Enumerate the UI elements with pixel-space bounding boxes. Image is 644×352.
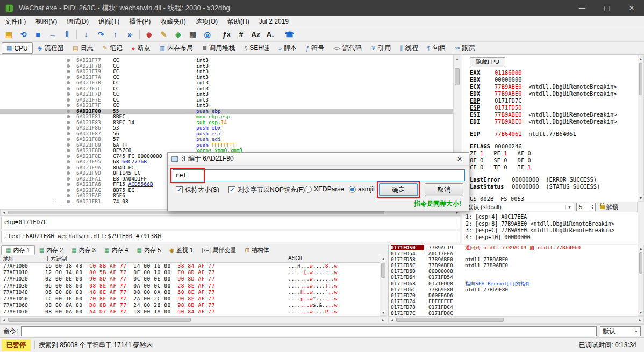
maximize-button[interactable]: ▢ xyxy=(595,0,619,16)
stack-row[interactable]: 0171FD640171FD54 xyxy=(389,274,638,280)
registers-vscrollbar[interactable]: ▲ ▼ xyxy=(638,55,644,202)
cancel-button[interactable]: 取消 xyxy=(425,183,463,196)
menu-item-debug[interactable]: 调试(D) xyxy=(62,16,94,27)
disasm-row[interactable]: 6AD21F7BCCint3 xyxy=(0,80,453,86)
disasm-row[interactable]: 6AD21F7DCCint3 xyxy=(0,91,453,97)
menu-item-view[interactable]: 视图(V) xyxy=(31,16,62,27)
breakpoint-dot[interactable] xyxy=(67,121,70,124)
breakpoint-dot[interactable] xyxy=(67,143,70,147)
scroll-up-icon[interactable]: ▲ xyxy=(380,255,387,262)
register-row[interactable]: OF 0 SF 0 DF 0 xyxy=(462,157,638,164)
breakpoint-dot[interactable] xyxy=(67,183,70,186)
breakpoint-dot[interactable] xyxy=(67,166,70,169)
register-row[interactable]: ESI77B9ABE0 <ntdll.DbgUiRemoteBreakin> xyxy=(462,111,638,118)
scroll-thumb[interactable] xyxy=(381,263,385,278)
breakpoint-dot[interactable] xyxy=(67,64,70,68)
scroll-down-icon[interactable]: ▼ xyxy=(638,195,643,201)
disasm-row[interactable]: 6AD21F7FCCint3 xyxy=(0,103,453,109)
calling-convention-select[interactable]: 默认 (stdcall) ▼ xyxy=(464,203,574,211)
breakpoint-dot[interactable] xyxy=(67,138,70,141)
stack-row[interactable]: 0171FD780171FDC4 xyxy=(389,304,638,310)
unlock-checkbox[interactable]: 解锁 xyxy=(606,203,618,211)
nop-fill-checkbox[interactable]: 剩余字节以NOP填充(F) xyxy=(228,185,305,195)
disasm-row[interactable]: 6AD21F7ACCint3 xyxy=(0,75,453,81)
stack-argument[interactable]: 3: [esp+C] 77B9ABE0 <ntdll.DbgUiRemoteBr… xyxy=(462,227,638,234)
breakpoint-dot[interactable] xyxy=(67,92,70,96)
close-button[interactable]: ✕ xyxy=(619,0,644,16)
menu-item-plugins[interactable]: 插件(P) xyxy=(124,16,155,27)
dump-row[interactable]: 77AF10501C 00 1E 00 70 8E AF 77 2A 00 2C… xyxy=(0,296,380,302)
stack-row[interactable]: 0171FD74FFFFFFFF xyxy=(389,298,638,304)
menu-item-trace[interactable]: 追踪(T) xyxy=(94,16,124,27)
dock-tab-dump5[interactable]: ▦内存 5 xyxy=(133,245,166,255)
tab-script[interactable]: »脚本 xyxy=(274,42,301,54)
dialog-titlebar[interactable]: 汇编于 6AD21F80 ✕ xyxy=(168,153,469,166)
register-row[interactable]: ESP0171FD50 xyxy=(462,104,638,111)
dock-tab-dump3[interactable]: ▦内存 3 xyxy=(67,245,100,255)
command-input[interactable] xyxy=(21,326,597,336)
dump-row[interactable]: 77AF104006 00 08 00 48 8E AF 77 08 00 0A… xyxy=(0,289,380,296)
scroll-up-icon[interactable]: ▲ xyxy=(454,55,461,62)
comment-button[interactable]: ✎ xyxy=(157,28,170,41)
register-row[interactable]: LastStatus00000000 (STATUS_SUCCESS) xyxy=(462,183,638,190)
tab-call-stack[interactable]: ≣调用堆栈 xyxy=(198,42,239,54)
stack-row[interactable]: 0171FD6C77B69F80ntdll.77B69F80 xyxy=(389,286,638,292)
step-out-button[interactable]: ↑ xyxy=(109,28,122,41)
breakpoint-dot[interactable] xyxy=(67,126,70,130)
register-row[interactable]: CF 0 TF 0 IF 1 xyxy=(462,164,638,171)
tab-cpu[interactable]: ▦CPU xyxy=(2,42,33,54)
register-row[interactable]: GS 002B FS 0053 xyxy=(462,196,638,202)
breakpoint-dot[interactable] xyxy=(67,149,70,152)
hide-fpu-button[interactable]: 隐藏FPU xyxy=(470,57,505,67)
save-database-button[interactable]: ◎ xyxy=(201,28,214,41)
disasm-row[interactable]: 6AD21F78CCint3 xyxy=(0,63,453,69)
breakpoint-dot[interactable] xyxy=(67,81,70,84)
register-row[interactable]: EBX00000000 xyxy=(462,76,638,83)
scroll-right-icon[interactable]: ► xyxy=(380,317,387,323)
tab-handles[interactable]: ¶句柄 xyxy=(423,42,450,54)
step-over-button[interactable]: ↷ xyxy=(94,28,108,41)
breakpoint-dot[interactable] xyxy=(67,171,70,175)
breakpoint-dot[interactable] xyxy=(67,87,70,90)
stack-row[interactable]: 0171FD54A0C17EEA xyxy=(389,250,638,256)
stack-pane[interactable]: 0171FD5077B9AC19返回到 ntdll.77B9AC19 自 ntd… xyxy=(388,245,638,316)
stack-row[interactable]: 0171FD5877B9ABE0ntdll.77B9ABE0 xyxy=(389,256,638,262)
menu-item-favourites[interactable]: 收藏夹(I) xyxy=(155,16,190,27)
breakpoint-dot[interactable] xyxy=(67,70,70,73)
stack-hscrollbar[interactable]: ◄ ► xyxy=(388,316,644,324)
register-row[interactable]: EIP77B64061 ntdll.77B64061 xyxy=(462,131,638,138)
stack-row[interactable]: 0171FD5077B9AC19返回到 ntdll.77B9AC19 自 ntd… xyxy=(389,245,638,250)
stack-row[interactable]: 0171FD70D60FE6D6 xyxy=(389,292,638,298)
disasm-row[interactable]: 6AD21F8653push ebx xyxy=(0,125,453,131)
titlebar[interactable]: WeChat.exe - PID: 263C - 模块: wechatwin.d… xyxy=(0,0,644,16)
case-text-button[interactable]: A. xyxy=(263,28,277,41)
register-row[interactable]: LastError00000000 (ERROR_SUCCESS) xyxy=(462,176,638,183)
keep-size-checkbox[interactable]: 保持大小(S) xyxy=(176,185,219,195)
disasm-row[interactable]: 6AD21F8383EC 14sub esp,14 xyxy=(0,120,453,126)
argument-count-spinner[interactable]: 5 ▲▼ xyxy=(576,203,596,211)
stack-row[interactable]: 0171FD6000000000 xyxy=(389,268,638,274)
stack-vscrollbar[interactable]: ▲ ▼ xyxy=(638,245,644,316)
calculator-hash-button[interactable]: # xyxy=(234,28,248,41)
run-to-cursor-button[interactable]: » xyxy=(123,28,137,41)
register-row[interactable]: EBP0171FD7C xyxy=(462,97,638,104)
disasm-row[interactable]: 6AD21F7CCCint3 xyxy=(0,86,453,92)
stack-row[interactable]: 0171FD7C0171FD8C xyxy=(389,310,638,316)
dump-row[interactable]: 77AF106008 00 0A 00 D8 8B AF 77 24 00 26… xyxy=(0,302,380,308)
breakpoint-dot[interactable] xyxy=(67,189,70,192)
tab-threads[interactable]: ∥线程 xyxy=(396,42,423,54)
scroll-up-icon[interactable]: ▲ xyxy=(638,245,643,252)
breakpoint-dot[interactable] xyxy=(67,177,70,181)
assemble-text-button[interactable]: Az xyxy=(249,28,262,41)
stack-argument[interactable]: 2: [esp+8] 77B9ABE0 <ntdll.DbgUiRemoteBr… xyxy=(462,221,638,228)
tab-references[interactable]: ※引用 xyxy=(367,42,395,54)
disasm-row[interactable]: 6AD21F79CCint3 xyxy=(0,69,453,75)
xedparse-radio[interactable]: XEDParse xyxy=(305,185,344,193)
scroll-thumb[interactable] xyxy=(639,252,642,274)
minimize-button[interactable]: — xyxy=(570,0,595,16)
scroll-down-icon[interactable]: ▼ xyxy=(638,309,643,315)
stack-row[interactable]: 0171FD680171FDD8指向SEH_Record[1]的指针 xyxy=(389,281,638,286)
register-row[interactable]: ECX77B9ABE0 <ntdll.DbgUiRemoteBreakin> xyxy=(462,83,638,90)
memory-map-button[interactable]: ▦ xyxy=(186,28,199,41)
menu-item-build-date[interactable]: Jul 2 2019 xyxy=(254,16,294,27)
